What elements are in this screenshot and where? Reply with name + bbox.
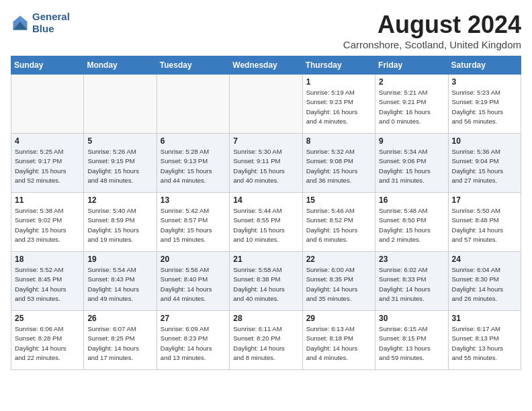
day-info: Sunrise: 5:46 AMSunset: 8:52 PMDaylight:… (306, 206, 371, 244)
day-info-line: Sunrise: 5:25 AM (15, 147, 80, 156)
calendar-cell: 5Sunrise: 5:26 AMSunset: 9:15 PMDaylight… (84, 134, 157, 193)
day-info-line: Sunset: 8:38 PM (233, 275, 298, 284)
day-info-line: Sunrise: 5:54 AM (87, 265, 152, 275)
day-number: 31 (452, 314, 517, 323)
day-info-line: Sunset: 8:23 PM (161, 334, 226, 343)
day-info-line: and 8 minutes. (233, 353, 298, 363)
calendar-cell: 16Sunrise: 5:48 AMSunset: 8:50 PMDayligh… (375, 193, 448, 252)
calendar-week-row: 1Sunrise: 5:19 AMSunset: 9:23 PMDaylight… (11, 75, 521, 134)
day-info-line: Daylight: 16 hours (379, 107, 444, 117)
day-info-line: and 52 minutes. (15, 176, 80, 185)
day-info-line: Sunset: 9:17 PM (15, 156, 80, 166)
day-info-line: and 55 minutes. (452, 353, 517, 363)
day-info-line: Sunrise: 6:13 AM (306, 324, 371, 334)
day-info: Sunrise: 6:02 AMSunset: 8:33 PMDaylight:… (379, 265, 444, 304)
day-info-line: Sunrise: 5:23 AM (452, 88, 517, 97)
day-info-line: and 56 minutes. (452, 117, 517, 126)
day-info-line: and 40 minutes. (233, 176, 298, 185)
day-number: 7 (233, 136, 298, 146)
day-number: 6 (161, 136, 226, 146)
calendar-week-row: 25Sunrise: 6:06 AMSunset: 8:28 PMDayligh… (11, 311, 521, 370)
calendar-table: SundayMondayTuesdayWednesdayThursdayFrid… (11, 56, 521, 370)
calendar-cell: 4Sunrise: 5:25 AMSunset: 9:17 PMDaylight… (11, 134, 84, 193)
day-info-line: Sunset: 8:25 PM (87, 334, 152, 343)
day-info-line: and 23 minutes. (15, 235, 80, 244)
day-info-line: and 4 minutes. (306, 117, 371, 126)
day-info: Sunrise: 5:36 AMSunset: 9:04 PMDaylight:… (452, 147, 517, 185)
day-info-line: Sunrise: 6:09 AM (161, 324, 226, 334)
calendar-cell: 23Sunrise: 6:02 AMSunset: 8:33 PMDayligh… (375, 252, 448, 311)
day-info-line: Sunset: 8:30 PM (452, 275, 517, 284)
day-info-line: Sunset: 8:28 PM (15, 334, 80, 343)
day-info-line: and 26 minutes. (452, 294, 517, 304)
day-info-line: Sunset: 8:45 PM (15, 275, 80, 284)
day-info-line: Sunrise: 6:02 AM (379, 265, 444, 275)
day-info: Sunrise: 5:56 AMSunset: 8:40 PMDaylight:… (161, 265, 226, 304)
calendar-cell (157, 75, 229, 134)
day-info-line: Daylight: 14 hours (233, 344, 298, 353)
calendar-cell: 11Sunrise: 5:38 AMSunset: 9:02 PMDayligh… (11, 193, 84, 252)
day-info-line: and 2 minutes. (379, 235, 444, 244)
calendar-body: 1Sunrise: 5:19 AMSunset: 9:23 PMDaylight… (11, 75, 521, 370)
day-number: 15 (306, 195, 371, 205)
day-number: 10 (452, 136, 517, 146)
day-info-line: Sunset: 8:52 PM (306, 216, 371, 225)
day-number: 5 (87, 136, 152, 146)
day-info-line: and 31 minutes. (379, 176, 444, 185)
day-info: Sunrise: 6:17 AMSunset: 8:13 PMDaylight:… (452, 324, 517, 363)
day-number: 20 (161, 255, 226, 264)
title-block: August 2024 Carronshore, Scotland, Unite… (343, 11, 521, 50)
day-info: Sunrise: 6:11 AMSunset: 8:20 PMDaylight:… (233, 324, 298, 363)
day-number: 11 (15, 195, 80, 205)
calendar-week-row: 4Sunrise: 5:25 AMSunset: 9:17 PMDaylight… (11, 134, 521, 193)
day-info: Sunrise: 5:52 AMSunset: 8:45 PMDaylight:… (15, 265, 80, 304)
calendar-cell: 26Sunrise: 6:07 AMSunset: 8:25 PMDayligh… (84, 311, 157, 370)
day-info-line: and 27 minutes. (452, 176, 517, 185)
day-info-line: Sunrise: 5:32 AM (306, 147, 371, 156)
day-info-line: Sunset: 8:20 PM (233, 334, 298, 343)
calendar-cell: 31Sunrise: 6:17 AMSunset: 8:13 PMDayligh… (448, 311, 521, 370)
day-number: 17 (452, 195, 517, 205)
day-number: 1 (306, 77, 371, 87)
day-info-line: Sunrise: 5:44 AM (233, 206, 298, 216)
day-number: 22 (306, 255, 371, 264)
day-info-line: Sunrise: 5:40 AM (87, 206, 152, 216)
day-info-line: and 15 minutes. (161, 235, 226, 244)
day-info-line: and 13 minutes. (161, 353, 226, 363)
calendar-cell: 3Sunrise: 5:23 AMSunset: 9:19 PMDaylight… (448, 75, 521, 134)
calendar-cell: 22Sunrise: 6:00 AMSunset: 8:35 PMDayligh… (302, 252, 375, 311)
day-info-line: Sunrise: 5:48 AM (379, 206, 444, 216)
day-info-line: and 59 minutes. (379, 353, 444, 363)
day-info-line: Daylight: 15 hours (15, 226, 80, 235)
weekday-label: Thursday (302, 56, 375, 75)
day-info: Sunrise: 6:00 AMSunset: 8:35 PMDaylight:… (306, 265, 371, 304)
day-info-line: and 22 minutes. (15, 353, 80, 363)
day-info: Sunrise: 5:40 AMSunset: 8:59 PMDaylight:… (87, 206, 152, 244)
day-info-line: Daylight: 15 hours (87, 167, 152, 176)
calendar-cell: 13Sunrise: 5:42 AMSunset: 8:57 PMDayligh… (157, 193, 229, 252)
day-number: 8 (306, 136, 371, 146)
day-info-line: Sunrise: 5:46 AM (306, 206, 371, 216)
day-info-line: Sunrise: 5:30 AM (233, 147, 298, 156)
day-info-line: Sunset: 9:13 PM (161, 156, 226, 166)
day-number: 25 (15, 314, 80, 323)
day-info-line: Daylight: 15 hours (233, 226, 298, 235)
calendar-cell: 18Sunrise: 5:52 AMSunset: 8:45 PMDayligh… (11, 252, 84, 311)
weekday-label: Tuesday (157, 56, 229, 75)
day-number: 19 (87, 255, 152, 264)
day-info-line: Sunrise: 6:11 AM (233, 324, 298, 334)
day-info-line: Daylight: 15 hours (379, 226, 444, 235)
calendar-cell: 6Sunrise: 5:28 AMSunset: 9:13 PMDaylight… (157, 134, 229, 193)
day-info-line: Daylight: 15 hours (87, 226, 152, 235)
day-number: 3 (452, 77, 517, 87)
day-info-line: Sunrise: 5:58 AM (233, 265, 298, 275)
day-info-line: and 10 minutes. (233, 235, 298, 244)
calendar-cell: 20Sunrise: 5:56 AMSunset: 8:40 PMDayligh… (157, 252, 229, 311)
day-info-line: Daylight: 14 hours (452, 226, 517, 235)
day-info-line: Sunrise: 5:50 AM (452, 206, 517, 216)
day-info-line: Sunrise: 5:34 AM (379, 147, 444, 156)
day-info-line: and 31 minutes. (379, 294, 444, 304)
day-info: Sunrise: 5:42 AMSunset: 8:57 PMDaylight:… (161, 206, 226, 244)
day-info-line: Sunrise: 6:06 AM (15, 324, 80, 334)
day-info-line: Sunset: 8:15 PM (379, 334, 444, 343)
